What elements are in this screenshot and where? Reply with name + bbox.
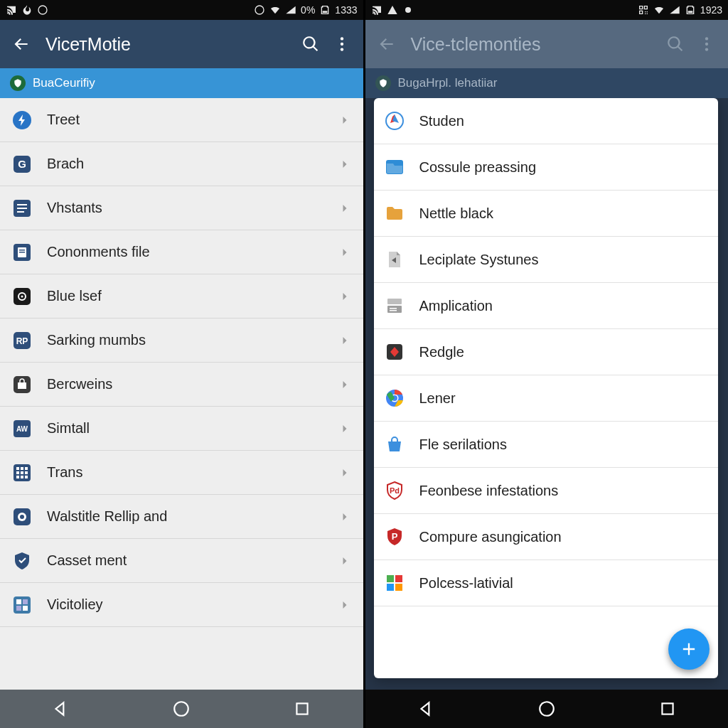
signal-icon xyxy=(285,4,296,16)
wifi-icon xyxy=(653,4,665,16)
list-item[interactable]: Leciplate Systunes xyxy=(374,237,719,283)
list-item[interactable]: Fle serilations xyxy=(374,422,719,468)
diamond-red-icon xyxy=(384,341,405,363)
list-item[interactable]: Blue lsef xyxy=(0,274,363,318)
nav-back[interactable] xyxy=(405,698,447,719)
section-header[interactable]: BuаCeurifiy xyxy=(0,68,363,98)
search-button[interactable] xyxy=(660,28,691,60)
flame-icon xyxy=(21,4,33,16)
compass-icon xyxy=(384,110,405,132)
list-item[interactable]: Studen xyxy=(374,98,719,144)
list-item[interactable]: Trans xyxy=(0,451,363,495)
gear-square-icon xyxy=(11,286,33,307)
square-g-icon xyxy=(11,154,33,175)
nav-recent[interactable] xyxy=(281,698,323,719)
nav-home[interactable] xyxy=(525,698,568,719)
phone-right: 1923 Vice-tclemonties BugaНrpl. lehatiia… xyxy=(365,0,729,728)
phone-left: 0% 1333 VicетMotie BuаCeurifiy TreetBrac… xyxy=(0,0,365,728)
clock: 1923 xyxy=(700,4,722,16)
list-item[interactable]: Casset ment xyxy=(0,539,363,583)
item-label: Cononments file xyxy=(47,244,338,260)
overflow-button[interactable] xyxy=(326,28,358,60)
signal-icon xyxy=(669,4,680,16)
battery-icon xyxy=(319,4,331,16)
list-item[interactable]: Feonbese infestations xyxy=(374,468,719,514)
app-title: Vice-tclemonties xyxy=(411,34,660,55)
list-item[interactable]: Redgle xyxy=(374,329,719,375)
item-label: Sarking mumbs xyxy=(47,332,338,348)
item-label: Vicitoliey xyxy=(47,596,338,613)
item-label: Bercweins xyxy=(47,376,338,392)
chevron-right-icon xyxy=(338,510,352,524)
shield-icon xyxy=(11,550,33,572)
search-button[interactable] xyxy=(295,28,326,60)
chevron-right-icon xyxy=(338,245,352,259)
list-item[interactable]: Polcess-lativial xyxy=(374,560,719,606)
overflow-button[interactable] xyxy=(691,28,722,60)
list-item[interactable]: Vicitoliey xyxy=(0,583,363,627)
item-label: Fle serilations xyxy=(419,437,706,453)
folder-blue-icon xyxy=(384,156,405,178)
item-label: Cossule preassing xyxy=(419,159,706,176)
list-square-icon xyxy=(11,198,33,219)
list-left[interactable]: TreetBrachVhstantsCononments fileBlue ls… xyxy=(0,98,363,690)
section-label: BugaНrpl. lehatiiar xyxy=(398,76,498,90)
list-item[interactable]: Sarking mumbs xyxy=(0,318,363,363)
list-right[interactable]: StudenCossule preassingNettle blackLecip… xyxy=(374,98,719,678)
popup-card: StudenCossule preassingNettle blackLecip… xyxy=(374,98,719,678)
wifi-icon xyxy=(269,4,281,16)
list-item[interactable]: Walstitle Rellip and xyxy=(0,495,363,539)
warn-icon xyxy=(387,4,398,16)
item-label: Leciplate Systunes xyxy=(419,252,706,268)
list-item[interactable]: Bercweins xyxy=(0,363,363,407)
fab-add[interactable] xyxy=(668,628,710,670)
status-bar: 1923 xyxy=(365,0,729,20)
chevron-right-icon xyxy=(338,466,352,480)
bag-blue-icon xyxy=(384,434,405,455)
chevron-right-icon xyxy=(338,598,352,612)
chevron-right-icon xyxy=(338,201,352,215)
item-label: Treet xyxy=(47,112,338,128)
grid-square-icon xyxy=(11,462,33,483)
list-item[interactable]: Treet xyxy=(0,98,363,142)
chevron-right-icon xyxy=(338,289,352,304)
rp-square-icon xyxy=(11,330,33,351)
dot-icon xyxy=(402,4,414,16)
list-item[interactable]: Lener xyxy=(374,375,719,422)
server-icon xyxy=(384,295,405,316)
item-label: Brach xyxy=(47,156,338,172)
list-item[interactable]: Brach xyxy=(0,142,363,186)
list-item[interactable]: Amplication xyxy=(374,283,719,329)
list-item[interactable]: Nettle black xyxy=(374,191,719,237)
item-label: Simtall xyxy=(47,420,338,437)
clock: 1333 xyxy=(335,4,357,16)
item-label: Blue lsef xyxy=(47,288,338,304)
bag-square-icon xyxy=(11,374,33,395)
shield-red-icon xyxy=(384,480,405,501)
chevron-right-icon xyxy=(338,333,352,348)
list-item[interactable]: Compure asungication xyxy=(374,514,719,560)
list-item[interactable]: Simtall xyxy=(0,407,363,451)
battery-pct: 0% xyxy=(301,4,315,16)
item-label: Walstitle Rellip and xyxy=(47,508,338,525)
nav-home[interactable] xyxy=(160,698,203,719)
badge-red-icon xyxy=(384,526,405,547)
doc-arrow-icon xyxy=(384,249,405,270)
list-item[interactable]: Vhstants xyxy=(0,186,363,230)
nav-recent[interactable] xyxy=(646,698,689,719)
app-title: VicетMotie xyxy=(46,34,295,55)
app-bar: Vice-tclemonties xyxy=(365,20,729,68)
item-label: Lener xyxy=(419,390,706,407)
bolt-circle-icon xyxy=(11,109,33,131)
back-button[interactable] xyxy=(6,28,37,60)
cast-icon xyxy=(371,4,382,16)
chevron-right-icon xyxy=(338,157,352,171)
chevron-right-icon xyxy=(338,113,352,127)
nav-bar xyxy=(0,690,363,728)
item-label: Compure asungication xyxy=(419,529,706,545)
back-button[interactable] xyxy=(371,28,402,60)
aw-square-icon xyxy=(11,418,33,439)
nav-back[interactable] xyxy=(39,698,82,719)
list-item[interactable]: Cossule preassing xyxy=(374,144,719,191)
list-item[interactable]: Cononments file xyxy=(0,230,363,274)
